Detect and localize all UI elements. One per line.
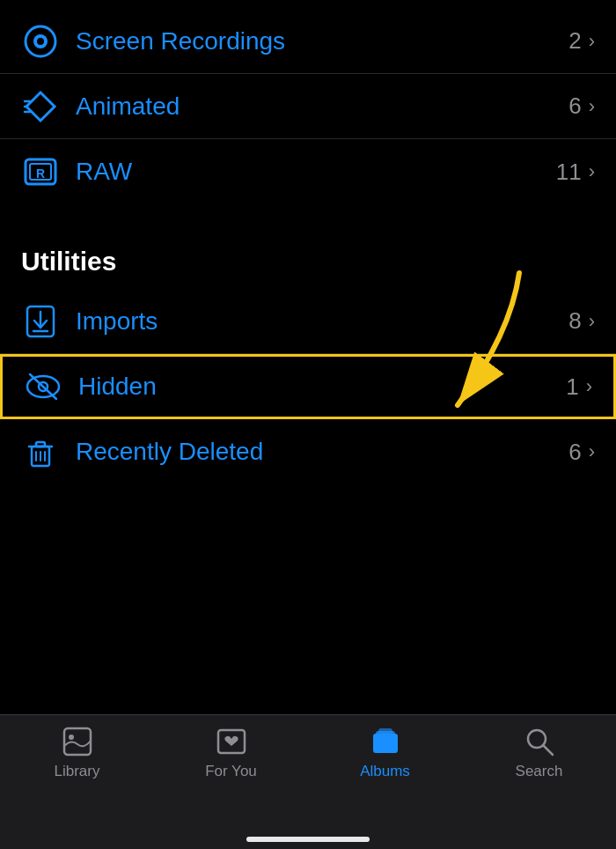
list-item-recently-deleted[interactable]: Recently Deleted 6 › bbox=[0, 419, 616, 484]
animated-label: Animated bbox=[76, 92, 568, 121]
list-item-imports[interactable]: Imports 8 › bbox=[0, 289, 616, 354]
for-you-tab-icon bbox=[216, 726, 247, 757]
search-tab-icon bbox=[524, 726, 555, 757]
screen-recordings-chevron: › bbox=[589, 30, 595, 53]
recently-deleted-chevron: › bbox=[589, 440, 595, 463]
animated-chevron: › bbox=[589, 95, 595, 118]
library-tab-icon bbox=[62, 726, 93, 757]
screen-recordings-count: 2 bbox=[568, 27, 581, 55]
hidden-count: 1 bbox=[566, 373, 578, 401]
raw-icon: R bbox=[21, 152, 60, 191]
animated-icon bbox=[21, 87, 60, 126]
tab-for-you[interactable]: For You bbox=[154, 726, 308, 780]
screen-recordings-icon bbox=[21, 22, 60, 61]
raw-count: 11 bbox=[556, 159, 582, 186]
imports-icon bbox=[21, 302, 60, 341]
media-type-list: Screen Recordings 2 › Animated 6 › bbox=[0, 0, 616, 204]
tab-search[interactable]: Search bbox=[462, 726, 616, 780]
svg-rect-28 bbox=[378, 728, 392, 748]
albums-tab-icon bbox=[370, 726, 401, 757]
hidden-icon bbox=[24, 367, 62, 406]
imports-label: Imports bbox=[76, 307, 568, 336]
recently-deleted-count: 6 bbox=[568, 439, 581, 466]
imports-chevron: › bbox=[589, 310, 595, 333]
svg-point-24 bbox=[69, 735, 74, 740]
list-item-animated[interactable]: Animated 6 › bbox=[0, 74, 616, 139]
screen-recordings-label: Screen Recordings bbox=[76, 27, 568, 55]
svg-marker-3 bbox=[26, 92, 55, 121]
main-content: Screen Recordings 2 › Animated 6 › bbox=[0, 0, 616, 484]
utilities-list: Imports 8 › Hidden 1 › bbox=[0, 289, 616, 484]
svg-rect-23 bbox=[64, 728, 91, 755]
library-tab-label: Library bbox=[55, 763, 100, 780]
svg-line-30 bbox=[543, 745, 553, 755]
svg-text:R: R bbox=[36, 166, 45, 181]
tab-albums[interactable]: Albums bbox=[308, 726, 462, 780]
for-you-tab-label: For You bbox=[205, 763, 257, 780]
list-item-hidden[interactable]: Hidden 1 › bbox=[0, 354, 616, 419]
hidden-label: Hidden bbox=[78, 373, 566, 401]
recently-deleted-label: Recently Deleted bbox=[76, 438, 568, 466]
list-item-raw[interactable]: R RAW 11 › bbox=[0, 139, 616, 204]
svg-rect-18 bbox=[36, 442, 45, 447]
tab-library[interactable]: Library bbox=[0, 726, 154, 780]
hidden-chevron: › bbox=[586, 375, 592, 398]
animated-count: 6 bbox=[568, 92, 581, 120]
utilities-header: Utilities bbox=[0, 222, 616, 289]
section-divider bbox=[0, 204, 616, 222]
raw-label: RAW bbox=[76, 158, 556, 186]
raw-chevron: › bbox=[589, 160, 595, 183]
recently-deleted-icon bbox=[21, 432, 60, 471]
svg-point-2 bbox=[37, 38, 44, 45]
imports-count: 8 bbox=[568, 307, 581, 335]
home-indicator bbox=[246, 837, 370, 842]
tab-bar: Library For You Albums bbox=[0, 714, 616, 849]
list-item-screen-recordings[interactable]: Screen Recordings 2 › bbox=[0, 9, 616, 74]
albums-tab-label: Albums bbox=[360, 763, 410, 780]
search-tab-label: Search bbox=[516, 763, 563, 780]
